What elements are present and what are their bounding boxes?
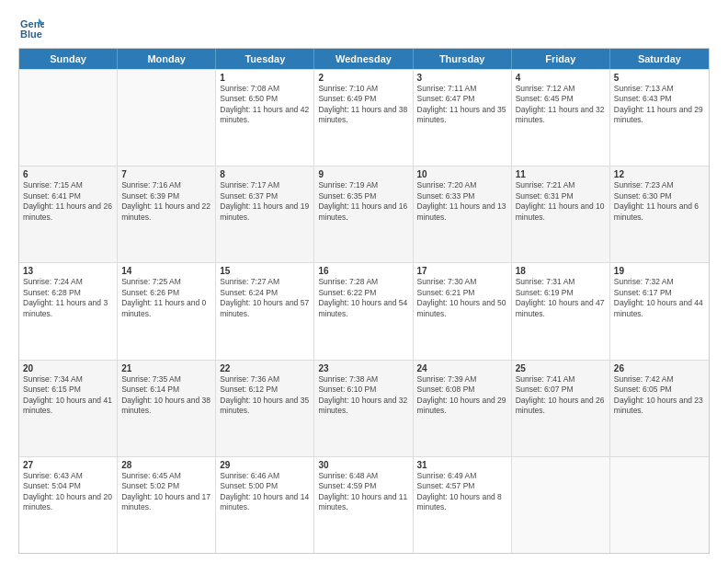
calendar-cell: 2Sunrise: 7:10 AM Sunset: 6:49 PM Daylig…	[314, 70, 413, 166]
day-info: Sunrise: 7:27 AM Sunset: 6:24 PM Dayligh…	[220, 277, 310, 319]
day-info: Sunrise: 6:48 AM Sunset: 4:59 PM Dayligh…	[318, 471, 408, 513]
day-info: Sunrise: 7:23 AM Sunset: 6:30 PM Dayligh…	[614, 180, 705, 223]
day-number: 26	[614, 363, 705, 373]
day-number: 2	[318, 73, 408, 83]
day-number: 7	[121, 169, 211, 179]
calendar-row: 27Sunrise: 6:43 AM Sunset: 5:04 PM Dayli…	[19, 456, 709, 553]
day-info: Sunrise: 6:46 AM Sunset: 5:00 PM Dayligh…	[220, 471, 310, 513]
calendar-cell: 7Sunrise: 7:16 AM Sunset: 6:39 PM Daylig…	[118, 167, 216, 262]
calendar-cell: 11Sunrise: 7:21 AM Sunset: 6:31 PM Dayli…	[512, 167, 610, 262]
calendar-cell: 15Sunrise: 7:27 AM Sunset: 6:24 PM Dayli…	[216, 263, 314, 359]
day-number: 10	[417, 169, 507, 179]
day-info: Sunrise: 7:16 AM Sunset: 6:39 PM Dayligh…	[121, 180, 211, 223]
calendar-row: 20Sunrise: 7:34 AM Sunset: 6:15 PM Dayli…	[19, 360, 709, 456]
day-info: Sunrise: 7:10 AM Sunset: 6:49 PM Dayligh…	[318, 84, 408, 126]
day-number: 24	[417, 363, 507, 373]
weekday-header: Monday	[118, 49, 216, 69]
day-info: Sunrise: 7:21 AM Sunset: 6:31 PM Dayligh…	[516, 180, 606, 223]
calendar-cell: 24Sunrise: 7:39 AM Sunset: 6:08 PM Dayli…	[414, 361, 512, 456]
day-info: Sunrise: 7:28 AM Sunset: 6:22 PM Dayligh…	[318, 277, 408, 319]
calendar-cell: 27Sunrise: 6:43 AM Sunset: 5:04 PM Dayli…	[19, 457, 118, 553]
day-info: Sunrise: 7:17 AM Sunset: 6:37 PM Dayligh…	[220, 180, 310, 223]
calendar-header: SundayMondayTuesdayWednesdayThursdayFrid…	[19, 49, 709, 69]
calendar-cell: 30Sunrise: 6:48 AM Sunset: 4:59 PM Dayli…	[314, 457, 413, 553]
weekday-header: Tuesday	[216, 49, 314, 69]
day-info: Sunrise: 7:20 AM Sunset: 6:33 PM Dayligh…	[417, 180, 507, 223]
day-number: 21	[121, 363, 211, 373]
calendar-cell: 29Sunrise: 6:46 AM Sunset: 5:00 PM Dayli…	[216, 457, 314, 553]
calendar-cell: 13Sunrise: 7:24 AM Sunset: 6:28 PM Dayli…	[19, 263, 118, 359]
day-info: Sunrise: 7:42 AM Sunset: 6:05 PM Dayligh…	[614, 374, 705, 417]
day-number: 22	[220, 363, 310, 373]
day-info: Sunrise: 7:11 AM Sunset: 6:47 PM Dayligh…	[417, 84, 507, 126]
day-number: 28	[121, 460, 211, 470]
day-info: Sunrise: 7:41 AM Sunset: 6:07 PM Dayligh…	[516, 374, 606, 417]
day-info: Sunrise: 6:49 AM Sunset: 4:57 PM Dayligh…	[417, 471, 507, 513]
calendar-cell: 21Sunrise: 7:35 AM Sunset: 6:14 PM Dayli…	[118, 361, 216, 456]
calendar: SundayMondayTuesdayWednesdayThursdayFrid…	[18, 48, 710, 554]
day-info: Sunrise: 7:39 AM Sunset: 6:08 PM Dayligh…	[417, 374, 507, 417]
day-number: 15	[220, 266, 310, 276]
logo-icon: General Blue	[18, 15, 44, 40]
day-info: Sunrise: 7:36 AM Sunset: 6:12 PM Dayligh…	[220, 374, 310, 417]
day-number: 16	[318, 266, 408, 276]
day-number: 30	[318, 460, 408, 470]
calendar-row: 6Sunrise: 7:15 AM Sunset: 6:41 PM Daylig…	[19, 166, 709, 262]
page-header: General Blue	[18, 15, 710, 40]
calendar-body: 1Sunrise: 7:08 AM Sunset: 6:50 PM Daylig…	[19, 69, 709, 553]
calendar-cell: 22Sunrise: 7:36 AM Sunset: 6:12 PM Dayli…	[216, 361, 314, 456]
calendar-row: 1Sunrise: 7:08 AM Sunset: 6:50 PM Daylig…	[19, 69, 709, 166]
day-number: 5	[614, 73, 705, 83]
calendar-row: 13Sunrise: 7:24 AM Sunset: 6:28 PM Dayli…	[19, 262, 709, 359]
day-info: Sunrise: 7:25 AM Sunset: 6:26 PM Dayligh…	[121, 277, 211, 319]
day-number: 20	[23, 363, 113, 373]
day-info: Sunrise: 7:19 AM Sunset: 6:35 PM Dayligh…	[318, 180, 408, 223]
weekday-header: Friday	[512, 49, 610, 69]
day-number: 29	[220, 460, 310, 470]
day-number: 13	[23, 266, 113, 276]
day-info: Sunrise: 7:08 AM Sunset: 6:50 PM Dayligh…	[220, 84, 310, 126]
day-number: 4	[516, 73, 606, 83]
calendar-cell: 4Sunrise: 7:12 AM Sunset: 6:45 PM Daylig…	[512, 70, 610, 166]
day-number: 9	[318, 169, 408, 179]
day-number: 14	[121, 266, 211, 276]
calendar-cell: 19Sunrise: 7:32 AM Sunset: 6:17 PM Dayli…	[610, 263, 709, 359]
day-info: Sunrise: 7:12 AM Sunset: 6:45 PM Dayligh…	[516, 84, 606, 126]
day-number: 11	[516, 169, 606, 179]
day-info: Sunrise: 7:15 AM Sunset: 6:41 PM Dayligh…	[23, 180, 113, 223]
calendar-cell: 9Sunrise: 7:19 AM Sunset: 6:35 PM Daylig…	[314, 167, 413, 262]
day-number: 1	[220, 73, 310, 83]
day-info: Sunrise: 7:30 AM Sunset: 6:21 PM Dayligh…	[417, 277, 507, 319]
calendar-cell: 25Sunrise: 7:41 AM Sunset: 6:07 PM Dayli…	[512, 361, 610, 456]
calendar-cell: 28Sunrise: 6:45 AM Sunset: 5:02 PM Dayli…	[118, 457, 216, 553]
day-info: Sunrise: 7:31 AM Sunset: 6:19 PM Dayligh…	[516, 277, 606, 319]
day-number: 12	[614, 169, 705, 179]
day-number: 18	[516, 266, 606, 276]
day-info: Sunrise: 7:35 AM Sunset: 6:14 PM Dayligh…	[121, 374, 211, 417]
day-info: Sunrise: 7:38 AM Sunset: 6:10 PM Dayligh…	[318, 374, 408, 417]
calendar-cell: 3Sunrise: 7:11 AM Sunset: 6:47 PM Daylig…	[414, 70, 512, 166]
day-number: 17	[417, 266, 507, 276]
day-info: Sunrise: 6:45 AM Sunset: 5:02 PM Dayligh…	[121, 471, 211, 513]
calendar-cell: 17Sunrise: 7:30 AM Sunset: 6:21 PM Dayli…	[414, 263, 512, 359]
day-number: 31	[417, 460, 507, 470]
calendar-cell: 31Sunrise: 6:49 AM Sunset: 4:57 PM Dayli…	[414, 457, 512, 553]
calendar-cell	[610, 457, 709, 553]
day-number: 3	[417, 73, 507, 83]
day-info: Sunrise: 7:34 AM Sunset: 6:15 PM Dayligh…	[23, 374, 113, 417]
day-number: 27	[23, 460, 113, 470]
calendar-cell: 5Sunrise: 7:13 AM Sunset: 6:43 PM Daylig…	[610, 70, 709, 166]
calendar-cell	[118, 70, 216, 166]
day-number: 25	[516, 363, 606, 373]
day-number: 19	[614, 266, 705, 276]
calendar-cell: 18Sunrise: 7:31 AM Sunset: 6:19 PM Dayli…	[512, 263, 610, 359]
calendar-cell: 1Sunrise: 7:08 AM Sunset: 6:50 PM Daylig…	[216, 70, 314, 166]
calendar-cell: 26Sunrise: 7:42 AM Sunset: 6:05 PM Dayli…	[610, 361, 709, 456]
calendar-cell: 10Sunrise: 7:20 AM Sunset: 6:33 PM Dayli…	[414, 167, 512, 262]
weekday-header: Saturday	[610, 49, 709, 69]
day-number: 8	[220, 169, 310, 179]
calendar-cell: 6Sunrise: 7:15 AM Sunset: 6:41 PM Daylig…	[19, 167, 118, 262]
calendar-cell: 16Sunrise: 7:28 AM Sunset: 6:22 PM Dayli…	[314, 263, 413, 359]
logo: General Blue	[18, 15, 48, 40]
svg-text:Blue: Blue	[20, 29, 42, 40]
